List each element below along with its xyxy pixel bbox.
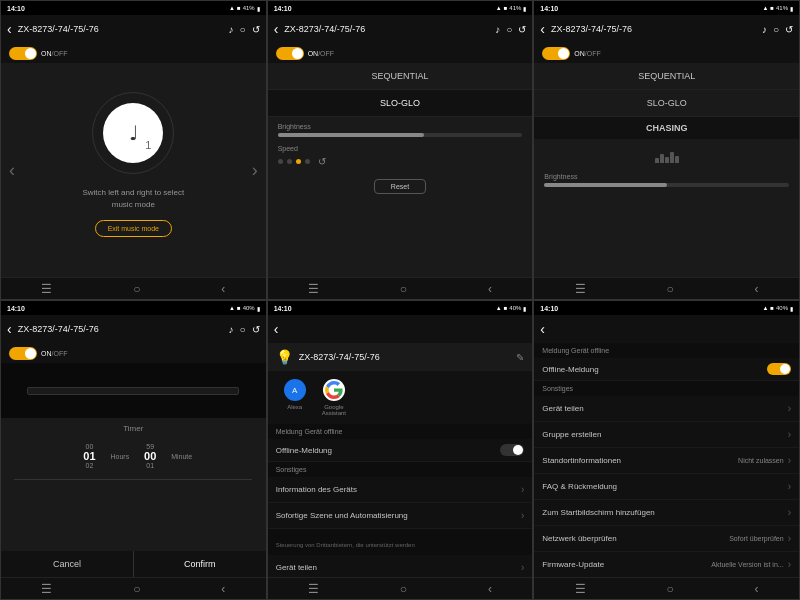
bottom-nav-3: ☰ ○ ‹ (534, 277, 799, 299)
power-toggle-4[interactable] (9, 347, 37, 360)
settings-homescreen[interactable]: Zum Startbildschirm hinzufügen › (534, 500, 799, 526)
effects-list-3: SEQUENTIAL SLO-GLO CHASING Brightness (534, 63, 799, 277)
power-toggle-3[interactable] (542, 47, 570, 60)
offline-toggle-5[interactable] (500, 444, 524, 456)
back-btn-4[interactable]: ‹ (221, 582, 225, 596)
brightness-label-2: Brightness (278, 123, 523, 130)
recents-btn-4[interactable]: ☰ (41, 582, 52, 596)
settings-info[interactable]: Information des Geräts › (268, 477, 533, 503)
chevron-share: › (521, 562, 524, 573)
dot-3-active[interactable] (296, 159, 301, 164)
alexa-button[interactable]: A Alexa (284, 379, 306, 416)
recents-btn-3[interactable]: ☰ (575, 282, 586, 296)
recents-btn-5[interactable]: ☰ (308, 582, 319, 596)
effect-sloglo-3[interactable]: SLO-GLO (534, 90, 799, 117)
settings-scene[interactable]: Sofortige Szene und Automatisierung › (268, 503, 533, 529)
brightness-fill-3 (544, 183, 666, 187)
home-btn-2[interactable]: ○ (400, 282, 407, 296)
refresh-icon-3[interactable]: ↺ (785, 24, 793, 35)
effect-seq-3[interactable]: SEQUENTIAL (534, 63, 799, 90)
dot-2[interactable] (287, 159, 292, 164)
offline-toggle-6[interactable] (767, 363, 791, 375)
back-button-3[interactable]: ‹ (540, 21, 545, 37)
left-arrow[interactable]: ‹ (9, 160, 15, 181)
dot-1[interactable] (278, 159, 283, 164)
back-button-6[interactable]: ‹ (540, 321, 545, 337)
h-above: 00 (86, 443, 94, 450)
refresh-icon-1[interactable]: ↺ (252, 24, 260, 35)
offline-toggle-row-5: Offline-Meldung (268, 439, 533, 462)
settings-faq[interactable]: FAQ & Rückmeldung › (534, 474, 799, 500)
minutes-scroll[interactable]: 59 00 01 (135, 443, 165, 469)
refresh-icon-4[interactable]: ↺ (252, 324, 260, 335)
toggle-row-3: ON/OFF (534, 43, 799, 63)
share-label: Gerät teilen (276, 563, 521, 572)
home-btn-4[interactable]: ○ (133, 582, 140, 596)
music-icon-2[interactable]: ♪ (495, 24, 500, 35)
settings-share[interactable]: Gerät teilen › (268, 555, 533, 577)
refresh-icon-2[interactable]: ↺ (518, 24, 526, 35)
clock-icon-1[interactable]: ○ (240, 24, 246, 35)
exit-music-button[interactable]: Exit music mode (95, 220, 172, 237)
status-bar-2: 14:10 ▲■41%▮ (268, 1, 533, 15)
settings-share-6[interactable]: Gerät teilen › (534, 396, 799, 422)
toggle-row-4: ON/OFF (1, 343, 266, 363)
home-btn-6[interactable]: ○ (667, 582, 674, 596)
time-2: 14:10 (274, 5, 292, 12)
back-button-2[interactable]: ‹ (274, 21, 279, 37)
settings-firmware[interactable]: Firmware-Update Aktuelle Version ist in.… (534, 552, 799, 577)
back-button-4[interactable]: ‹ (7, 321, 12, 337)
dot-4[interactable] (305, 159, 310, 164)
settings-location[interactable]: Standortinformationen Nicht zulassen › (534, 448, 799, 474)
clock-icon-4[interactable]: ○ (240, 324, 246, 335)
back-button-1[interactable]: ‹ (7, 21, 12, 37)
home-btn-5[interactable]: ○ (400, 582, 407, 596)
nav-bar-4: ‹ ZX-8273/-74/-75/-76 ♪ ○ ↺ (1, 315, 266, 343)
reset-button-2[interactable]: Reset (374, 179, 426, 194)
recents-btn-2[interactable]: ☰ (308, 282, 319, 296)
back-button-5[interactable]: ‹ (274, 321, 279, 337)
clock-icon-2[interactable]: ○ (506, 24, 512, 35)
time-4: 14:10 (7, 305, 25, 312)
device-preview (1, 363, 266, 418)
bottom-nav-1: ☰ ○ ‹ (1, 277, 266, 299)
status-icons-5: ▲■40%▮ (496, 305, 527, 312)
brightness-slider-3[interactable] (544, 183, 789, 187)
google-assistant-button[interactable]: Google Assistant (322, 379, 346, 416)
recents-btn-1[interactable]: ☰ (41, 282, 52, 296)
m-below: 01 (146, 462, 154, 469)
home-btn-1[interactable]: ○ (133, 282, 140, 296)
music-icon-1[interactable]: ♪ (229, 24, 234, 35)
effect-sloglo[interactable]: SLO-GLO (268, 90, 533, 117)
home-btn-3[interactable]: ○ (667, 282, 674, 296)
settings-group-6[interactable]: Gruppe erstellen › (534, 422, 799, 448)
music-note-icon: ♩ (129, 121, 138, 145)
status-icons-2: ▲■41%▮ (496, 5, 527, 12)
back-btn-5[interactable]: ‹ (488, 582, 492, 596)
nav-bar-2: ‹ ZX-8273/-74/-75/-76 ♪ ○ ↺ (268, 15, 533, 43)
alexa-logo: A (292, 386, 297, 395)
power-toggle-1[interactable] (9, 47, 37, 60)
cancel-timer-button[interactable]: Cancel (1, 551, 134, 577)
clock-icon-3[interactable]: ○ (773, 24, 779, 35)
effect-chasing[interactable]: CHASING (534, 117, 799, 139)
hours-scroll[interactable]: 00 01 02 (74, 443, 104, 469)
recents-btn-6[interactable]: ☰ (575, 582, 586, 596)
firmware-value: Aktuelle Version ist in... (711, 561, 783, 568)
back-btn-2[interactable]: ‹ (488, 282, 492, 296)
nav-bar-3: ‹ ZX-8273/-74/-75/-76 ♪ ○ ↺ (534, 15, 799, 43)
edit-icon[interactable]: ✎ (516, 352, 524, 363)
brightness-slider-2[interactable] (278, 133, 523, 137)
device-header: 💡 ZX-8273/-74/-75/-76 ✎ (268, 343, 533, 371)
nav-title-2: ZX-8273/-74/-75/-76 (284, 24, 495, 34)
music-icon-4[interactable]: ♪ (229, 324, 234, 335)
power-toggle-2[interactable] (276, 47, 304, 60)
right-arrow[interactable]: › (252, 160, 258, 181)
settings-network[interactable]: Netzwerk überprüfen Sofort überprüfen › (534, 526, 799, 552)
back-btn-6[interactable]: ‹ (755, 582, 759, 596)
back-btn-3[interactable]: ‹ (755, 282, 759, 296)
effect-sequential[interactable]: SEQUENTIAL (268, 63, 533, 90)
back-btn-1[interactable]: ‹ (221, 282, 225, 296)
confirm-timer-button[interactable]: Confirm (134, 551, 266, 577)
music-icon-3[interactable]: ♪ (762, 24, 767, 35)
